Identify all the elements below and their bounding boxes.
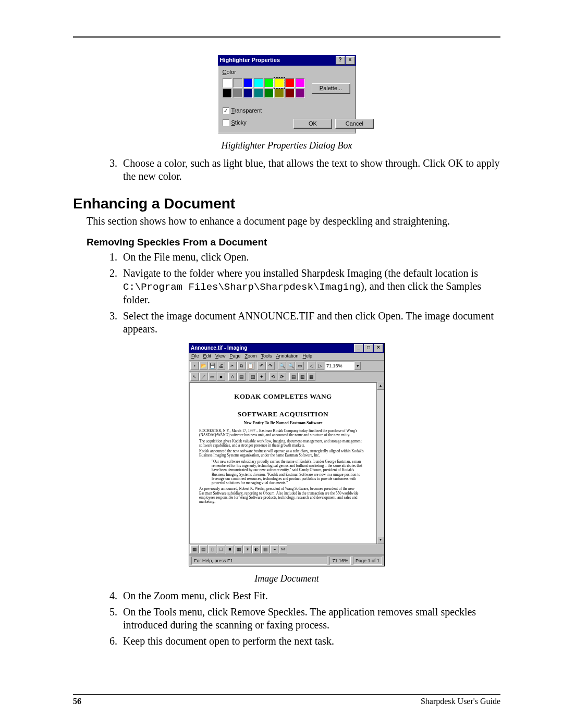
rs-step-5: 5.On the Tools menu, click Remove Speckl… [123, 606, 500, 632]
vertical-scrollbar[interactable]: ▴ ▾ [377, 382, 384, 544]
thumb-icon[interactable]: ▦ [190, 545, 199, 553]
imaging-menubar[interactable]: FileEditViewPageZoomToolsAnnotationHelp [189, 353, 384, 360]
step-3: 3.Choose a color, such as light blue, th… [123, 157, 500, 183]
status-zoom: 71.16% [329, 557, 351, 565]
color-swatch[interactable] [264, 89, 274, 98]
zoom-dropdown-icon[interactable]: ▾ [354, 362, 361, 370]
sticky-checkbox-row[interactable]: Sticky [223, 119, 247, 127]
color-swatch[interactable] [223, 78, 232, 88]
copy-icon[interactable]: ⧉ [237, 362, 246, 370]
color-swatch[interactable] [233, 89, 242, 98]
color-swatch[interactable] [275, 78, 284, 88]
next-page-icon[interactable]: ▷ [316, 362, 324, 370]
fax-icon[interactable]: ⌁ [270, 545, 278, 553]
tool-icon[interactable]: ▦ [307, 373, 315, 381]
annot-fillrect-icon[interactable]: ■ [217, 373, 225, 381]
scroll-down-icon[interactable]: ▾ [377, 537, 384, 544]
section-intro: This section shows how to enhance a docu… [87, 215, 500, 228]
annot-select-icon[interactable]: ↖ [190, 373, 199, 381]
document-viewport[interactable]: KODAK COMPLETES WANG SOFTWARE ACQUISITIO… [189, 382, 377, 544]
color-swatch[interactable] [254, 89, 263, 98]
menu-help[interactable]: Help [303, 353, 313, 359]
checkbox-checked-icon[interactable]: ✓ [223, 107, 229, 114]
print-icon[interactable]: 🖨 [217, 362, 225, 370]
cut-icon[interactable]: ✂ [228, 362, 237, 370]
close-icon[interactable]: × [374, 344, 383, 352]
maximize-icon[interactable]: □ [364, 344, 373, 352]
zoom-field[interactable]: 71.16% [325, 362, 354, 370]
zoom-out-icon[interactable]: 🔍 [287, 362, 295, 370]
cancel-button[interactable]: Cancel [335, 119, 374, 129]
rs-step-6: 6.Keep this document open to perform the… [123, 635, 500, 648]
scan-icon[interactable]: ▥ [261, 545, 270, 553]
color-swatch[interactable] [296, 89, 305, 98]
doc-para: The acquisition gives Kodak valuable wor… [199, 439, 367, 448]
scroll-track[interactable] [377, 390, 384, 537]
menu-file[interactable]: File [191, 353, 199, 359]
annot-text-icon[interactable]: A [228, 373, 237, 381]
prev-page-icon[interactable]: ◁ [307, 362, 315, 370]
imaging-toolbar-3[interactable]: ▦ ▤ ▯ □ ■ ▦ ☀ ◐ ▥ ⌁ ✉ [189, 544, 384, 555]
imaging-statusbar: For Help, press F1 71.16% Page 1 of 1 [189, 555, 384, 566]
menu-zoom[interactable]: Zoom [244, 353, 256, 359]
color-swatch[interactable] [264, 78, 274, 88]
transparent-checkbox-row[interactable]: ✓ Transparent [223, 107, 351, 115]
checkbox-unchecked-icon[interactable] [223, 119, 229, 126]
color-swatch[interactable] [285, 78, 295, 88]
color-swatch[interactable] [285, 89, 295, 98]
paste-icon[interactable]: 📋 [246, 362, 254, 370]
color-swatch[interactable] [243, 89, 253, 98]
onepage-icon[interactable]: ▯ [208, 545, 216, 553]
color-swatch[interactable] [233, 78, 242, 88]
annot-highlight-icon[interactable]: ▨ [249, 373, 257, 381]
menu-annotation[interactable]: Annotation [276, 353, 298, 359]
color-swatch[interactable] [243, 78, 253, 88]
imaging-titlebar[interactable]: Announce.tif - Imaging _ □ × [189, 343, 384, 353]
palette-button[interactable]: Palette... [312, 83, 350, 94]
color-swatch[interactable] [275, 89, 284, 98]
despeckle-icon[interactable]: ▤ [289, 373, 298, 381]
rs-step-1: 1.On the File menu, click Open. [123, 251, 500, 264]
black-icon[interactable]: ■ [226, 545, 234, 553]
dialog-titlebar[interactable]: Highlighter Properties ? × [218, 55, 356, 66]
new-icon[interactable]: ▫ [190, 362, 199, 370]
open-icon[interactable]: 📂 [199, 362, 207, 370]
top-rule [73, 36, 500, 38]
color-swatch[interactable] [223, 89, 232, 98]
rotate-right-icon[interactable]: ⟳ [278, 373, 286, 381]
zoom-in-icon[interactable]: 🔍 [278, 362, 286, 370]
imaging-toolbar-1[interactable]: ▫ 📂 💾 🖨 ✂ ⧉ 📋 ↶ ↷ 🔍 🔍 ▭ ◁ [189, 361, 384, 372]
fit-icon[interactable]: □ [217, 545, 225, 553]
menu-page[interactable]: Page [229, 353, 240, 359]
color-swatch[interactable] [254, 78, 263, 88]
menu-tools[interactable]: Tools [261, 353, 272, 359]
subsection-heading: Removing Speckles From a Document [87, 236, 500, 249]
undo-icon[interactable]: ↶ [258, 362, 266, 370]
doc-headline-1: KODAK COMPLETES WANG [200, 392, 366, 401]
bright-icon[interactable]: ☀ [243, 545, 252, 553]
straighten-icon[interactable]: ▧ [298, 373, 307, 381]
mail-icon[interactable]: ✉ [279, 545, 287, 553]
redo-icon[interactable]: ↷ [266, 362, 275, 370]
annot-line-icon[interactable]: ／ [199, 373, 207, 381]
minimize-icon[interactable]: _ [354, 344, 363, 352]
scroll-up-icon[interactable]: ▴ [377, 382, 384, 390]
imaging-toolbar-2[interactable]: ↖ ／ ▭ ■ A ▤ ▨ ✦ ⟲ ⟳ ▤ ▧ ▦ [189, 372, 384, 382]
help-icon[interactable]: ? [336, 56, 345, 65]
close-icon[interactable]: × [346, 56, 355, 65]
gray-icon[interactable]: ▦ [235, 545, 243, 553]
annot-stamp-icon[interactable]: ✦ [258, 373, 266, 381]
annot-note-icon[interactable]: ▤ [237, 373, 246, 381]
page-icon[interactable]: ▤ [199, 545, 207, 553]
doc-para: As previously announced, Robert K. Weile… [199, 487, 367, 504]
annot-rect-icon[interactable]: ▭ [208, 373, 216, 381]
contrast-icon[interactable]: ◐ [252, 545, 261, 553]
save-icon[interactable]: 💾 [208, 362, 216, 370]
color-swatch[interactable] [296, 78, 305, 88]
menu-view[interactable]: View [215, 353, 225, 359]
rs-step-4: 4.On the Zoom menu, click Best Fit. [123, 589, 500, 602]
rotate-left-icon[interactable]: ⟲ [269, 373, 277, 381]
menu-edit[interactable]: Edit [203, 353, 212, 359]
zoom-sel-icon[interactable]: ▭ [296, 362, 304, 370]
ok-button[interactable]: OK [293, 119, 332, 129]
